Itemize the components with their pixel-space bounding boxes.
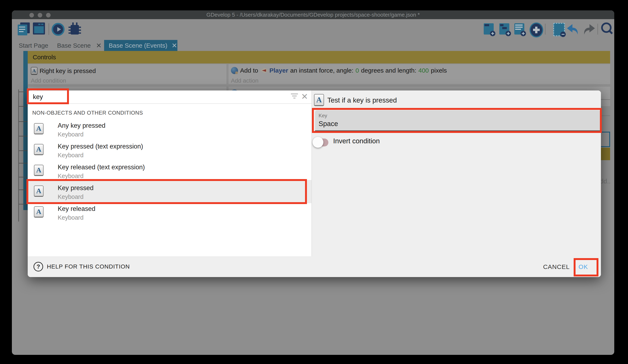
annotation-search-box	[27, 88, 69, 104]
action-text: degrees and length:	[361, 67, 416, 74]
dialog-bottom-bar: ? HELP FOR THIS CONDITION CANCEL OK	[28, 256, 601, 277]
debug-icon[interactable]	[69, 22, 81, 36]
condition-search-row: key ✕	[28, 90, 312, 104]
action-text: an instant force, angle:	[290, 67, 354, 74]
add-subevent-icon[interactable]	[499, 23, 509, 35]
event-group-header[interactable]: Controls	[28, 51, 610, 63]
close-icon[interactable]: ✕	[301, 92, 308, 101]
row-divider-fragment	[601, 116, 610, 116]
project-manager-icon[interactable]	[18, 22, 31, 36]
object-name: Player	[269, 67, 288, 74]
angle-value: 0	[355, 67, 359, 74]
play-icon[interactable]	[52, 23, 65, 36]
help-link[interactable]: HELP FOR THIS CONDITION	[47, 263, 130, 270]
filter-icon[interactable]	[291, 93, 298, 101]
tab-start-page[interactable]: Start Page	[19, 42, 48, 49]
list-item[interactable]: A Any key pressed Keyboard	[28, 115, 312, 136]
player-object-icon	[260, 68, 267, 73]
row-divider-fragment	[601, 99, 610, 100]
add-condition-link[interactable]: Add condition	[31, 77, 66, 84]
window-title: GDevelop 5 - /Users/dkarakay/Documents/G…	[12, 10, 614, 19]
keyboard-key-icon: A	[34, 206, 44, 218]
toolbar-divider	[597, 24, 598, 35]
selected-row-outline-fragment	[601, 132, 610, 147]
add-circle-icon[interactable]	[530, 22, 543, 37]
row-tick	[18, 177, 28, 178]
list-item-title: Any key pressed	[58, 122, 105, 129]
row-tick	[18, 150, 28, 151]
action-text: Add to	[240, 67, 258, 74]
list-item[interactable]: A Key released (text expression) Keyboar…	[28, 157, 312, 178]
undo-icon[interactable]	[566, 24, 580, 35]
row-tick	[18, 136, 28, 136]
row-tick	[18, 106, 28, 107]
list-item[interactable]: A Key pressed (text expression) Keyboard	[28, 136, 312, 157]
toggle-thumb	[313, 137, 323, 148]
titlebar: GDevelop 5 - /Users/dkarakay/Documents/G…	[12, 10, 614, 19]
action-text: pixels	[431, 67, 447, 74]
keyboard-key-icon: A	[34, 123, 44, 134]
row-tick	[18, 92, 28, 92]
tab-base-scene-events-close-icon[interactable]: ✕	[171, 42, 177, 50]
invert-condition-toggle[interactable]	[315, 138, 328, 146]
toolbar-divider	[49, 23, 49, 35]
keyboard-key-icon: A	[34, 144, 44, 155]
annotation-key-pressed-item	[26, 179, 307, 204]
row-tick	[18, 121, 28, 122]
list-item-title: Key pressed (text expression)	[58, 143, 143, 150]
search-icon-handle	[609, 30, 613, 34]
add-comment-icon[interactable]	[514, 23, 524, 35]
tab-base-scene-events[interactable]: Base Scene (Events)	[109, 42, 167, 49]
list-item-title: Key released (text expression)	[58, 164, 145, 171]
redo-icon[interactable]	[582, 24, 596, 35]
scene-editor-icon[interactable]	[33, 22, 45, 35]
condition-text: Right key is pressed	[40, 67, 96, 74]
help-icon[interactable]: ?	[34, 262, 43, 271]
delete-selection-icon[interactable]	[553, 23, 565, 36]
group-header-fragment	[601, 148, 610, 160]
event-group-title: Controls	[33, 54, 610, 61]
row-tick	[18, 163, 28, 164]
invert-condition-label: Invert condition	[333, 137, 380, 145]
keyboard-key-icon: A	[34, 165, 44, 176]
clipped-row-text: dd...	[600, 178, 610, 185]
length-value: 400	[418, 67, 429, 74]
list-item-title: Key released	[58, 205, 95, 213]
cancel-button[interactable]: CANCEL	[540, 263, 573, 270]
keyboard-key-icon: A	[31, 67, 37, 75]
events-tree-line	[18, 89, 19, 222]
condition-detail-title: Test if a key is pressed	[327, 96, 397, 104]
tab-base-scene-close-icon[interactable]: ✕	[96, 42, 102, 50]
annotation-key-field	[312, 108, 602, 133]
add-force-icon	[231, 67, 238, 74]
event-row-1-actions[interactable]: Add to Player an instant force, angle: 0…	[228, 64, 611, 84]
tab-base-scene[interactable]: Base Scene	[57, 42, 91, 49]
list-item-subtitle: Keyboard	[58, 214, 83, 221]
add-action-link[interactable]: Add action	[231, 77, 258, 84]
annotation-ok-button	[574, 258, 598, 276]
event-row-1-conditions[interactable]: A Right key is pressed Add condition	[28, 64, 227, 84]
add-event-icon[interactable]	[484, 23, 494, 35]
keyboard-key-icon: A	[314, 94, 324, 106]
toolbar-divider	[545, 24, 546, 35]
